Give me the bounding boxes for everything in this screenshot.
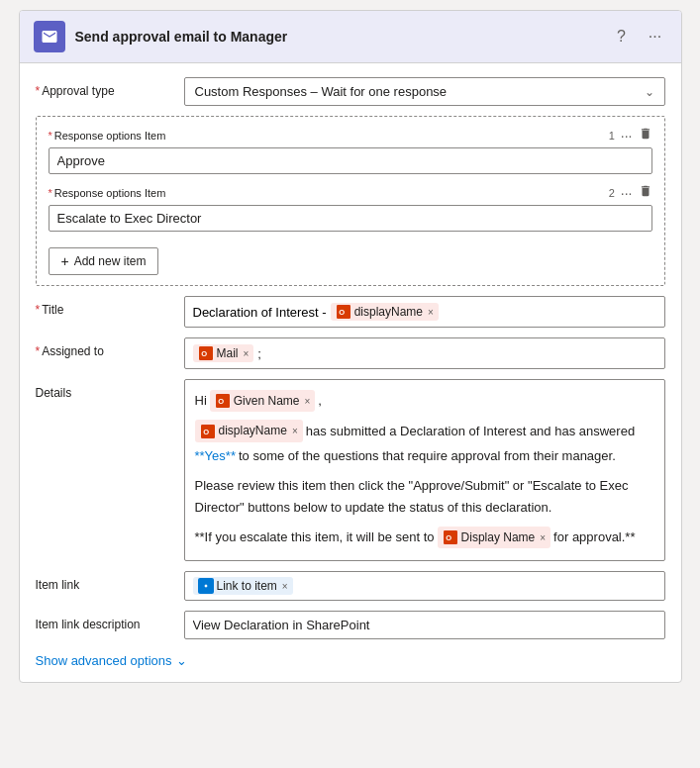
approval-email-card: Send approval email to Manager ? ··· *Ap… — [19, 10, 682, 683]
response-item-1-actions: 1 ··· — [609, 127, 652, 144]
title-value: Declaration of Interest - O displayName … — [184, 296, 665, 328]
display-name-token-2[interactable]: O displayName × — [195, 420, 303, 441]
help-button[interactable]: ? — [610, 25, 634, 48]
item-link-desc-label: Item link description — [36, 611, 184, 631]
link-to-item-token[interactable]: Link to item × — [193, 577, 293, 595]
ms-icon-mail: O — [198, 345, 214, 361]
title-prefix-text: Declaration of Interest - — [193, 305, 327, 320]
response-item-2-actions: 2 ··· — [609, 184, 652, 201]
display-name-token-2-close[interactable]: × — [292, 423, 298, 439]
assigned-to-row: *Assigned to O Mail × ; — [36, 337, 665, 369]
chevron-down-icon: ⌄ — [645, 85, 654, 99]
response-item-2-header: *Response options Item 2 ··· — [49, 184, 652, 201]
details-label: Details — [36, 379, 184, 400]
details-para-1: O displayName × has submitted a Declarat… — [195, 420, 654, 466]
response-item-2-number: 2 — [609, 187, 615, 199]
display-name-token-3-close[interactable]: × — [540, 529, 546, 546]
item-link-row: Item link Link to item × — [36, 571, 665, 601]
item-link-label: Item link — [36, 571, 184, 592]
item-link-desc-value — [184, 611, 665, 639]
more-button[interactable]: ··· — [644, 25, 667, 48]
title-row: *Title Declaration of Interest - O displ… — [36, 296, 665, 328]
response-item-2-delete[interactable] — [639, 184, 652, 201]
response-item-1: *Response options Item 1 ··· — [49, 127, 652, 174]
response-item-1-label: *Response options Item — [49, 130, 166, 142]
plus-icon: + — [61, 253, 69, 269]
svg-text:O: O — [218, 397, 224, 406]
assigned-to-label: *Assigned to — [36, 337, 184, 358]
response-item-1-header: *Response options Item 1 ··· — [49, 127, 652, 144]
assigned-to-input[interactable]: O Mail × ; — [184, 337, 665, 369]
item-link-desc-input[interactable] — [184, 611, 665, 639]
response-item-2-input[interactable] — [49, 205, 652, 232]
display-name-token-close[interactable]: × — [428, 307, 434, 318]
response-options-container: *Response options Item 1 ··· — [36, 116, 665, 286]
response-options-box: *Response options Item 1 ··· — [36, 116, 665, 286]
add-new-item-button[interactable]: + Add new item — [49, 247, 159, 275]
details-para-2: Please review this item then click the "… — [195, 475, 654, 519]
title-label: *Title — [36, 296, 184, 317]
title-input[interactable]: Declaration of Interest - O displayName … — [184, 296, 665, 328]
assigned-to-value: O Mail × ; — [184, 337, 665, 369]
card-body: *Approval type Custom Responses – Wait f… — [20, 63, 681, 682]
chevron-down-advanced-icon: ⌄ — [176, 653, 187, 668]
given-name-token-close[interactable]: × — [304, 393, 310, 410]
approval-type-row: *Approval type Custom Responses – Wait f… — [36, 77, 665, 106]
details-line-1: Hi O Given Name × , — [195, 390, 654, 412]
response-item-1-more[interactable]: ··· — [621, 128, 633, 144]
response-item-2-label: *Response options Item — [49, 187, 166, 199]
response-item-1-input[interactable] — [49, 147, 652, 174]
given-name-token[interactable]: O Given Name × — [210, 390, 316, 412]
response-item-2: *Response options Item 2 ··· — [49, 184, 652, 232]
details-value: Hi O Given Name × , — [184, 379, 665, 561]
item-link-desc-row: Item link description — [36, 611, 665, 639]
svg-text:O: O — [339, 308, 345, 317]
mail-token-close[interactable]: × — [244, 348, 250, 359]
response-item-1-delete[interactable] — [639, 127, 652, 144]
show-advanced-button[interactable]: Show advanced options ⌄ — [36, 653, 187, 668]
card-title: Send approval email to Manager — [75, 29, 288, 45]
approval-type-select[interactable]: Custom Responses – Wait for one response… — [184, 77, 665, 106]
svg-text:O: O — [446, 533, 451, 542]
display-name-token-3[interactable]: O Display Name × — [438, 527, 551, 548]
header-icon — [34, 21, 65, 52]
svg-text:O: O — [201, 349, 207, 358]
card-header: Send approval email to Manager ? ··· — [20, 11, 681, 63]
response-item-2-more[interactable]: ··· — [621, 185, 633, 201]
header-left: Send approval email to Manager — [34, 21, 288, 52]
header-actions: ? ··· — [610, 25, 667, 48]
response-options-row: *Response options Item 1 ··· — [36, 116, 665, 286]
ms-icon-display-3: O — [443, 529, 458, 545]
svg-text:O: O — [203, 427, 209, 435]
details-row: Details Hi O Given Name × , — [36, 379, 665, 561]
approval-type-value: Custom Responses – Wait for one response… — [184, 77, 665, 106]
assigned-to-separator: ; — [257, 346, 261, 361]
mail-token[interactable]: O Mail × — [193, 344, 254, 362]
item-link-value: Link to item × — [184, 571, 665, 601]
details-input[interactable]: Hi O Given Name × , — [184, 379, 665, 561]
response-item-1-number: 1 — [609, 130, 615, 142]
ms-icon: O — [336, 304, 351, 320]
item-link-input[interactable]: Link to item × — [184, 571, 665, 601]
ms-icon-given: O — [215, 393, 231, 409]
ms-icon-display: O — [200, 424, 216, 439]
display-name-token[interactable]: O displayName × — [331, 303, 439, 321]
show-advanced-row: Show advanced options ⌄ — [36, 649, 665, 668]
details-para-3: **If you escalate this item, it will be … — [195, 527, 654, 548]
details-yes-bold: **Yes** — [195, 445, 236, 467]
sharepoint-icon — [198, 578, 214, 594]
link-to-item-token-close[interactable]: × — [282, 581, 288, 592]
approval-type-label: *Approval type — [36, 77, 184, 98]
